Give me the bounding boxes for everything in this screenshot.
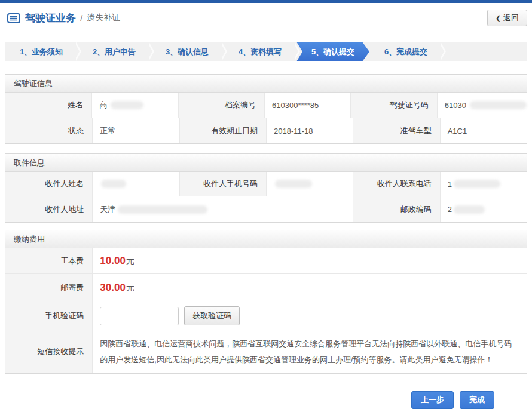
redacted-blur (454, 205, 485, 214)
sms-notice-text: 因陕西省联通、电信运营商技术问题，陕西省互联网交通安全综合服务管理平台无法向持陕… (92, 330, 527, 373)
list-icon (7, 13, 20, 23)
work-fee-value: 10.00 元 (92, 248, 527, 273)
postage-fee-amount: 30.00 (100, 282, 126, 294)
page-header: 驾驶证业务 / 遗失补证 ❮ 返回 (0, 3, 532, 33)
recipient-address-label: 收件人地址 (5, 196, 92, 222)
finish-button[interactable]: 完成 (460, 391, 494, 409)
redacted-blur (118, 205, 207, 214)
sms-code-input[interactable] (100, 307, 179, 325)
work-fee-amount: 10.00 (100, 255, 126, 267)
recipient-mobile-value (266, 172, 353, 196)
table-row: 手机验证码 获取验证码 (5, 302, 527, 330)
table-row: 短信接收提示 因陕西省联通、电信运营商技术问题，陕西省互联网交通安全综合服务管理… (5, 330, 527, 373)
get-code-button[interactable]: 获取验证码 (184, 306, 240, 325)
work-fee-label: 工本费 (5, 248, 92, 273)
table-row: 邮寄费 30.00 元 (5, 273, 527, 302)
redacted-blur (101, 180, 126, 188)
expiry-date-label: 有效期止日期 (179, 118, 266, 143)
sms-notice-label: 短信接收提示 (5, 330, 92, 373)
recipient-address-value: 天津 (92, 196, 353, 222)
table-row: 姓名 高 档案编号 610300****85 驾驶证号码 61030 (5, 93, 527, 118)
previous-step-button[interactable]: 上一步 (411, 391, 454, 409)
status-label: 状态 (5, 118, 92, 143)
step-1-business-notes[interactable]: 1、业务须知 (5, 42, 78, 61)
sms-code-label: 手机验证码 (5, 302, 92, 330)
pickup-info-section: 取件信息 收件人姓名 收件人手机号码 收件人联系电话 1 收件人地址 天津 邮政… (5, 153, 527, 223)
redacted-blur (470, 101, 527, 109)
table-row: 状态 正常 有效期止日期 2018-11-18 准驾车型 A1C1 (5, 118, 527, 143)
step-2-user-declaration[interactable]: 2、用户申告 (78, 42, 151, 61)
license-info-section: 驾驶证信息 姓名 高 档案编号 610300****85 驾驶证号码 61030… (5, 74, 527, 144)
chevron-left-icon: ❮ (496, 14, 501, 22)
postal-code-value: 2 (440, 196, 527, 222)
postage-fee-value: 30.00 元 (92, 274, 527, 302)
step-3-confirm-info[interactable]: 3、确认信息 (151, 42, 224, 61)
recipient-name-value (92, 172, 179, 196)
page-title: 驾驶证业务 (25, 11, 76, 25)
file-number-value: 610300****85 (264, 93, 350, 118)
table-row: 收件人地址 天津 邮政编码 2 (5, 196, 527, 222)
name-label: 姓名 (5, 93, 91, 118)
redacted-blur (454, 180, 500, 188)
breadcrumb-current: 遗失补证 (87, 13, 120, 23)
recipient-phone-label: 收件人联系电话 (353, 172, 439, 196)
steps-bar: 1、业务须知 2、用户申告 3、确认信息 4、资料填写 5、确认提交 6、完成提… (5, 42, 527, 61)
file-number-label: 档案编号 (178, 93, 264, 118)
redacted-blur (275, 180, 312, 188)
license-section-title: 驾驶证信息 (5, 75, 527, 93)
pickup-section-title: 取件信息 (5, 154, 527, 172)
name-value: 高 (91, 93, 178, 118)
table-row: 工本费 10.00 元 (5, 248, 527, 273)
recipient-name-label: 收件人姓名 (5, 172, 92, 196)
step-5-confirm-submit[interactable]: 5、确认提交 (296, 42, 369, 61)
table-row: 收件人姓名 收件人手机号码 收件人联系电话 1 (5, 172, 527, 196)
footer-actions: 上一步 完成 (0, 374, 532, 409)
status-value: 正常 (92, 118, 179, 143)
expiry-date-value: 2018-11-18 (266, 118, 353, 143)
vehicle-class-label: 准驾车型 (353, 118, 439, 143)
vehicle-class-value: A1C1 (440, 118, 527, 143)
step-4-fill-materials[interactable]: 4、资料填写 (224, 42, 296, 61)
work-fee-unit: 元 (126, 256, 134, 266)
license-number-value: 61030 (437, 93, 527, 118)
back-button[interactable]: ❮ 返回 (487, 10, 527, 26)
back-button-label: 返回 (503, 13, 519, 23)
step-6-finish-submit[interactable]: 6、完成提交 (369, 42, 442, 61)
sms-code-cell: 获取验证码 (92, 302, 527, 330)
fees-section: 缴纳费用 工本费 10.00 元 邮寄费 30.00 元 手机验证码 获取验证码… (5, 230, 527, 374)
license-number-label: 驾驶证号码 (350, 93, 436, 118)
fees-section-title: 缴纳费用 (5, 230, 527, 248)
recipient-phone-value: 1 (440, 172, 527, 196)
breadcrumb-separator: / (80, 13, 82, 23)
postal-code-label: 邮政编码 (353, 196, 439, 222)
postage-fee-unit: 元 (126, 282, 134, 293)
redacted-blur (111, 101, 143, 109)
recipient-mobile-label: 收件人手机号码 (179, 172, 266, 196)
postage-fee-label: 邮寄费 (5, 274, 92, 302)
